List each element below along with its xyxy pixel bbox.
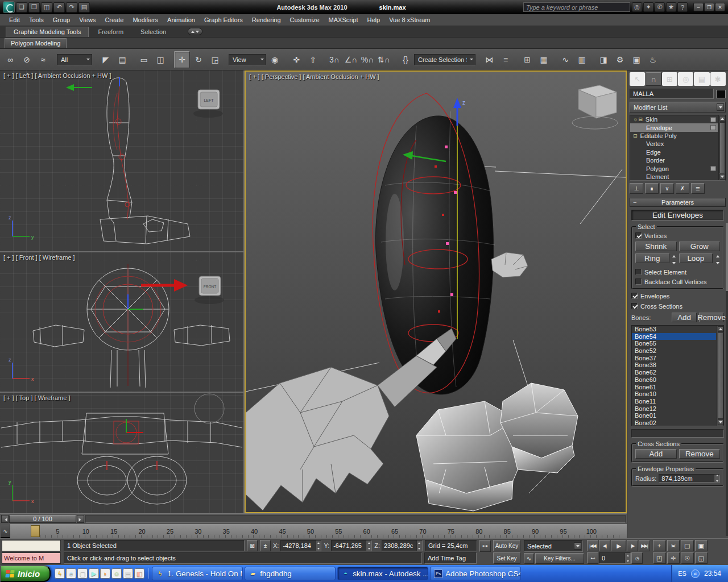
tray-chevron-button[interactable]: « [691, 569, 700, 578]
rectangular-selection-region-button[interactable]: ▭ [136, 51, 152, 68]
time-slider-track[interactable] [85, 515, 626, 523]
remove-cross-section-button[interactable]: Remove [679, 449, 721, 459]
add-cross-section-button[interactable]: Add [635, 449, 677, 459]
scroll-thumb[interactable] [719, 122, 725, 173]
go-to-end-button[interactable]: ▶▶| [639, 540, 650, 551]
menu-item[interactable]: MAXScript [324, 15, 363, 24]
motion-tab[interactable]: ◎ [678, 72, 693, 86]
zoom-all-button[interactable]: ≍ [667, 540, 680, 551]
help-button[interactable]: ? [677, 2, 688, 12]
x-spinner[interactable] [315, 541, 321, 551]
previous-frame-button[interactable]: ◀| [599, 540, 610, 551]
bone-item[interactable]: Bone54 [632, 333, 716, 340]
key-filters-button[interactable]: Key Filters... [535, 553, 584, 564]
select-and-rotate-button[interactable]: ↻ [191, 51, 206, 68]
scroll-thumb[interactable] [718, 332, 723, 419]
cross-sections-checkbox[interactable] [631, 303, 638, 309]
time-slider-next-button[interactable] [77, 515, 84, 523]
restore-button[interactable]: ❐ [704, 3, 714, 11]
select-by-name-button[interactable]: ▤ [114, 51, 130, 68]
viewport-grip[interactable]: LEFT [193, 90, 223, 118]
internet-explorer-icon[interactable]: e [66, 568, 76, 579]
menu-item[interactable]: Help [363, 15, 385, 24]
bone-item[interactable]: Bone53 [632, 326, 716, 333]
winamp-quicklaunch-icon[interactable]: ϟ [55, 568, 65, 579]
bone-item[interactable]: Bone11 [632, 398, 716, 405]
vertices-checkbox[interactable] [635, 232, 642, 239]
hierarchy-tab[interactable]: ⊞ [662, 72, 677, 86]
select-element-checkbox[interactable] [635, 269, 642, 275]
zoom-region-button[interactable]: ◰ [653, 552, 666, 564]
bone-item[interactable]: Bone60 [632, 376, 716, 384]
clock[interactable]: 23:54 [704, 569, 721, 577]
percent-snap-toggle[interactable]: %∩ [359, 51, 375, 68]
modify-tab[interactable]: ∩ [646, 72, 661, 86]
firefox-icon[interactable]: ◗ [100, 568, 110, 579]
orbit-button[interactable]: ☉ [681, 552, 694, 564]
select-and-scale-button[interactable]: ◲ [207, 51, 223, 68]
edit-envelopes-button[interactable]: Edit Envelopes [631, 210, 724, 221]
z-coordinate-field[interactable]: 2308,289c [382, 540, 423, 551]
pan-button[interactable]: ✛ [667, 552, 680, 564]
bone-item[interactable]: Bone61 [632, 384, 716, 391]
modifier-list-dropdown[interactable]: Modifier List [630, 102, 726, 113]
subscription-center-button[interactable]: ✦ [643, 2, 653, 12]
zoom-button[interactable]: + [653, 540, 666, 551]
messenger-icon[interactable]: ☺ [111, 568, 122, 579]
bind-to-space-warp-button[interactable]: ≈ [35, 51, 51, 68]
task-3dsmax[interactable]: ◓ skin.max - Autodesk ... [337, 567, 428, 580]
set-key-button[interactable]: Set Key [493, 552, 520, 564]
viewport-front[interactable]: [ + ] [ Front ] [ Wireframe ] [0, 252, 243, 392]
loop-button[interactable]: Loop [679, 253, 713, 263]
zoom-extents-all-button[interactable]: ▣ [695, 540, 708, 551]
menu-item[interactable]: Graph Editors [200, 15, 247, 24]
track-bar-ruler[interactable]: 5101520253035404550556065707580859095100 [10, 524, 627, 538]
key-filter-curve-button[interactable]: ∿ [524, 553, 534, 564]
maximize-viewport-toggle[interactable]: ◱ [695, 552, 708, 564]
tab-freeform[interactable]: Freeform [90, 27, 131, 37]
stack-item-editable-poly[interactable]: ⊟ Editable Poly [630, 132, 718, 140]
rendered-frame-window-button[interactable]: ▣ [628, 51, 644, 68]
subobject-chip[interactable] [710, 166, 716, 171]
set-key-key-button[interactable]: ⊶ [479, 540, 491, 552]
task-photoshop[interactable]: Ps Adobe Photoshop CS4 - ... [430, 567, 521, 580]
bone-item[interactable]: Bone12 [632, 405, 716, 413]
material-editor-button[interactable]: ◨ [595, 51, 611, 68]
current-frame-field[interactable]: 0 [599, 552, 631, 564]
stack-item-polygon[interactable]: Polygon [630, 164, 718, 172]
y-coordinate-field[interactable]: -6471,265 [331, 540, 372, 551]
stack-item-border[interactable]: Border [630, 156, 718, 164]
bone-item[interactable]: Bone01 [632, 412, 716, 419]
radius-field[interactable]: 874,139cm [659, 474, 720, 483]
bone-item[interactable]: Bone38 [632, 361, 716, 369]
graphite-ribbon-toggle[interactable]: ▦ [536, 51, 552, 68]
curve-editor-button[interactable]: ∿ [557, 51, 573, 68]
remove-bone-button[interactable]: Remove [699, 313, 724, 322]
radius-spinner[interactable] [714, 475, 719, 482]
infocenter-search-input[interactable]: Type a keyword or phrase [523, 2, 630, 12]
bone-item[interactable]: Bone52 [632, 347, 716, 355]
subobject-chip[interactable] [710, 125, 716, 130]
add-bone-button[interactable]: Add [672, 313, 697, 322]
scroll-down-icon[interactable] [718, 419, 723, 425]
tab-selection[interactable]: Selection [133, 27, 174, 37]
start-button[interactable]: Inicio [0, 565, 51, 582]
time-slider-handle[interactable]: 0 / 100 [9, 515, 76, 523]
scroll-down-icon[interactable] [719, 174, 725, 180]
task-winamp[interactable]: ϟ 1. Genesis - Hold On My ... [152, 567, 243, 580]
project-folder-button[interactable]: ▤ [78, 2, 90, 13]
stack-item-element[interactable]: Element [630, 173, 718, 181]
task-folder[interactable]: ▰ fhgdhdhg [245, 567, 336, 580]
play-button[interactable]: ▶ [611, 540, 626, 551]
align-button[interactable]: ≡ [498, 51, 514, 68]
display-tab[interactable]: ▤ [694, 72, 709, 86]
viewport-top-label[interactable]: [ + ] [ Top ] [ Wireframe ] [3, 394, 70, 401]
viewport-left-label[interactable]: [ + ] [ Left ] [ Ambient Occlusion + HW … [3, 72, 111, 79]
backface-cull-checkbox[interactable] [635, 278, 642, 285]
listener-macro-line[interactable] [2, 540, 61, 551]
minimize-button[interactable]: – [693, 3, 704, 11]
stack-item-envelope[interactable]: Envelope [630, 123, 718, 131]
stack-item-vertex[interactable]: Vertex [630, 140, 718, 148]
stack-item-skin[interactable]: ☼⊟ Skin [630, 115, 718, 123]
menu-item[interactable]: Edit [5, 15, 24, 24]
